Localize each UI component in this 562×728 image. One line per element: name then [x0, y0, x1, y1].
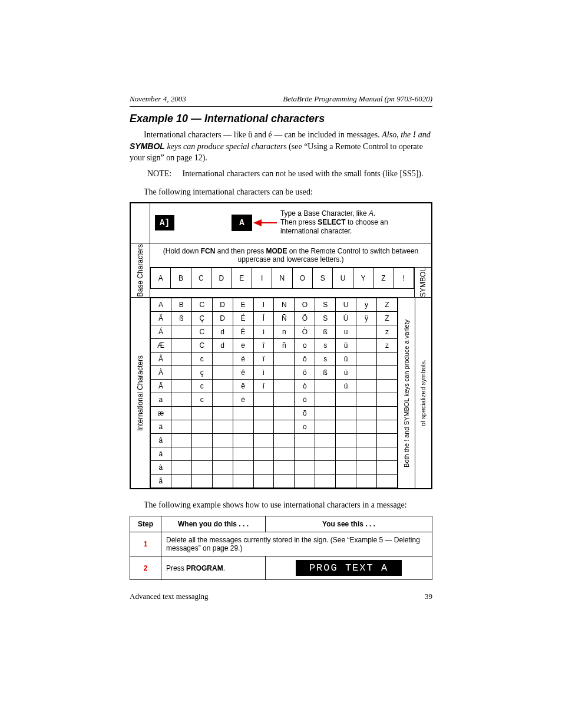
- intl-char-cell: [233, 447, 253, 461]
- intl-char-cell: ù: [336, 366, 356, 380]
- label-international-characters: International Characters: [131, 298, 150, 488]
- intro-paragraph-3: The following example shows how to use i…: [130, 500, 432, 511]
- intl-char-cell: c: [191, 353, 212, 366]
- intl-char-cell: û: [336, 353, 356, 366]
- intl-char-cell: [356, 407, 377, 420]
- note-label: NOTE:: [147, 169, 180, 180]
- intl-char-cell: [171, 380, 191, 393]
- intl-char-cell: [376, 475, 397, 488]
- symbol-side-notes: Both the ! and SYMBOL keys can produce a…: [398, 298, 431, 488]
- intl-char-cell: [212, 447, 233, 461]
- intl-char-cell: s: [315, 339, 336, 353]
- intl-char-cell: î: [253, 339, 274, 353]
- intl-char-cell: [171, 366, 191, 380]
- intl-char-cell: [171, 407, 191, 420]
- footer-page-number: 39: [425, 592, 432, 601]
- intl-char-cell: Á: [151, 325, 171, 339]
- intl-char-cell: D: [212, 298, 233, 312]
- intl-char-cell: á: [151, 447, 171, 461]
- intl-char-cell: à: [151, 461, 171, 475]
- intl-char-cell: [336, 461, 356, 475]
- intl-char-cell: [336, 407, 356, 420]
- footer-section: Advanced text messaging: [130, 592, 209, 601]
- header-date: November 4, 2003: [130, 94, 186, 104]
- intl-char-cell: [233, 407, 253, 420]
- intl-char-cell: Ã: [151, 380, 171, 393]
- intl-char-cell: Z: [376, 298, 397, 312]
- intl-char-cell: [315, 447, 336, 461]
- intl-char-cell: Ç: [191, 312, 212, 325]
- intl-char-cell: [376, 420, 397, 434]
- intl-char-cell: [212, 407, 233, 420]
- intl-char-cell: [212, 380, 233, 393]
- intl-char-cell: [212, 366, 233, 380]
- header-title: BetaBrite Programming Manual (pn 9703-60…: [283, 94, 432, 104]
- base-char-cell: Y: [353, 268, 373, 289]
- base-char-cell: !: [394, 268, 414, 289]
- international-characters-section: International Characters ABCDEINOSUyZÄßÇ…: [131, 298, 431, 488]
- base-char-cell: U: [333, 268, 353, 289]
- intl-char-cell: [274, 393, 295, 407]
- intl-char-cell: À: [151, 366, 171, 380]
- intl-char-cell: [171, 353, 191, 366]
- intl-char-cell: [212, 434, 233, 447]
- intl-char-cell: u: [336, 325, 356, 339]
- intl-char-cell: ò: [295, 380, 315, 393]
- intl-char-cell: C: [191, 339, 212, 353]
- hint-text: Type a Base Character, like A. Then pres…: [280, 209, 427, 236]
- intl-char-cell: [376, 366, 397, 380]
- intl-char-cell: [356, 380, 377, 393]
- note-block: NOTE: International characters can not b…: [147, 169, 432, 180]
- intl-char-cell: [253, 461, 274, 475]
- intl-char-cell: õ: [295, 407, 315, 420]
- intl-char-cell: C: [191, 325, 212, 339]
- intl-char-cell: [253, 393, 274, 407]
- intl-char-cell: [171, 420, 191, 434]
- intl-char-cell: [191, 420, 212, 434]
- international-character-grid: ABCDEINOSUyZÄßÇDÉÍÑÖSÚÿZÁCdËinÒßuzÆCdeîñ…: [150, 298, 398, 488]
- intl-char-cell: Ä: [151, 312, 171, 325]
- intl-char-cell: [191, 407, 212, 420]
- intl-char-cell: [356, 393, 377, 407]
- intl-char-cell: ß: [171, 312, 191, 325]
- intl-char-cell: Ñ: [274, 312, 295, 325]
- intl-char-cell: o: [295, 420, 315, 434]
- intl-char-cell: [233, 461, 253, 475]
- base-char-cell: D: [211, 268, 232, 289]
- intl-char-cell: ë: [233, 380, 253, 393]
- intl-char-cell: y: [356, 298, 377, 312]
- base-char-cell: B: [171, 268, 191, 289]
- intl-char-cell: [274, 447, 295, 461]
- intl-char-cell: [336, 434, 356, 447]
- intl-char-cell: [376, 353, 397, 366]
- base-char-cell: C: [191, 268, 211, 289]
- example-heading: Example 10 — International characters: [130, 113, 432, 125]
- header-rule: [130, 106, 432, 107]
- intl-char-cell: [356, 353, 377, 366]
- intl-char-cell: [171, 475, 191, 488]
- intl-char-cell: I: [253, 298, 274, 312]
- intl-char-cell: U: [336, 298, 356, 312]
- intl-char-cell: [336, 447, 356, 461]
- intl-char-cell: [253, 475, 274, 488]
- intl-char-cell: s: [315, 353, 336, 366]
- intl-char-cell: S: [315, 312, 336, 325]
- intl-char-cell: [356, 325, 377, 339]
- intl-char-cell: ñ: [274, 339, 295, 353]
- intl-char-cell: è: [233, 393, 253, 407]
- intl-char-cell: [295, 475, 315, 488]
- intl-char-cell: a: [151, 393, 171, 407]
- intl-char-cell: [356, 475, 377, 488]
- base-char-cell: N: [272, 268, 292, 289]
- intl-char-cell: ô: [295, 353, 315, 366]
- intl-char-cell: [356, 339, 377, 353]
- intl-char-cell: [233, 420, 253, 434]
- intl-char-cell: o: [295, 339, 315, 353]
- intl-char-cell: S: [315, 298, 336, 312]
- intl-char-cell: z: [376, 339, 397, 353]
- intl-char-cell: [274, 434, 295, 447]
- intl-char-cell: ó: [295, 393, 315, 407]
- intl-char-cell: [356, 366, 377, 380]
- intl-char-cell: D: [212, 312, 233, 325]
- intl-char-cell: [315, 393, 336, 407]
